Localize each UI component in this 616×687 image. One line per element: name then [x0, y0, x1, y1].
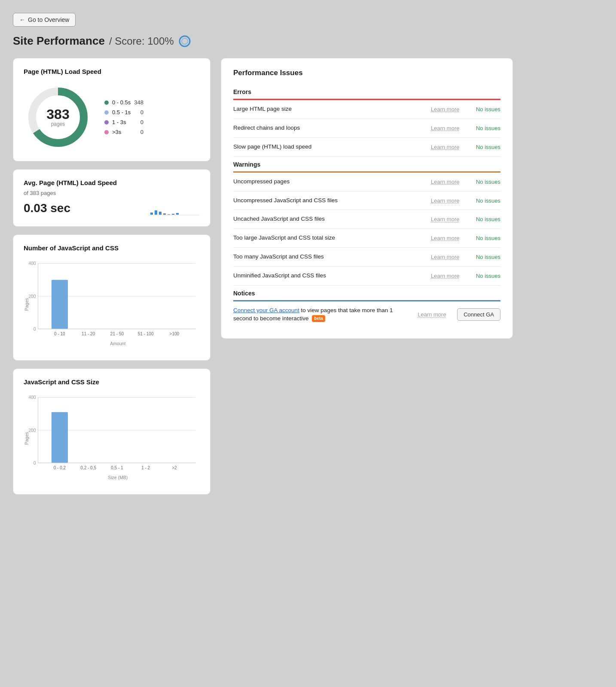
issue-name-0-1: Redirect chains and loops [233, 124, 426, 132]
page-title: Site Performance / Score: 100% [13, 34, 603, 48]
js-css-size-chart: Pages02004000 - 0,20,2 - 0,50,5 - 11 - 2… [24, 393, 200, 485]
avg-speed-value: 0.03 sec [24, 201, 70, 215]
connect-ga-button[interactable]: Connect GA [457, 308, 500, 321]
legend-item-2: 1 - 3s 0 [104, 119, 143, 125]
svg-text:400: 400 [28, 395, 36, 400]
js-css-size-title: JavaScript and CSS Size [24, 378, 200, 386]
issue-name-1-5: Unminified JavaScript and CSS files [233, 272, 426, 280]
no-issues-0-0: No issues [470, 106, 500, 112]
donut-chart: 383 pages [24, 83, 92, 152]
legend-label-2: 1 - 3s [112, 119, 126, 125]
issue-row-1-0: Uncompressed pages Learn more No issues [233, 173, 500, 192]
donut-label: pages [46, 121, 69, 127]
issue-row-0-2: Slow page (HTML) load speed Learn more N… [233, 138, 500, 157]
donut-total: 383 [46, 107, 69, 121]
y-axis-label: Pages [24, 432, 29, 445]
legend-value-1: 0 [135, 109, 143, 116]
js-css-size-card: JavaScript and CSS Size Pages02004000 - … [13, 368, 210, 495]
avg-speed-title: Avg. Page (HTML) Load Speed [24, 179, 200, 186]
main-layout: Page (HTML) Load Speed 383 pages [13, 58, 603, 495]
legend-value-0: 348 [134, 99, 143, 106]
legend-label-0: 0 - 0.5s [112, 99, 131, 106]
learn-more-1-3[interactable]: Learn more [431, 235, 465, 241]
legend-dot-1 [104, 110, 109, 115]
sparkline-chart [148, 200, 200, 217]
issue-name-1-2: Uncached JavaScript and CSS files [233, 215, 426, 223]
learn-more-1-0[interactable]: Learn more [431, 179, 465, 185]
issue-name-1-4: Too many JavaScript and CSS files [233, 253, 426, 261]
issue-name-0-0: Large HTML page size [233, 105, 426, 113]
svg-text:0,2 - 0,5: 0,2 - 0,5 [80, 465, 96, 470]
issues-panel-title: Performance Issues [233, 69, 500, 77]
svg-text:>100: >100 [170, 331, 180, 336]
section-header-0: Errors [233, 84, 500, 100]
svg-rect-10 [176, 213, 179, 215]
svg-text:200: 200 [28, 428, 36, 432]
bar-svg: Pages02004000 - 1011 - 2021 - 5051 - 100… [24, 259, 200, 350]
learn-more-1-2[interactable]: Learn more [431, 216, 465, 222]
no-issues-0-2: No issues [470, 144, 500, 150]
title-text: Site Performance [13, 34, 105, 48]
legend-item-0: 0 - 0.5s 348 [104, 99, 143, 106]
issue-name-1-1: Uncompressed JavaScript and CSS files [233, 197, 426, 205]
learn-more-1-5[interactable]: Learn more [431, 273, 465, 279]
learn-more-0-2[interactable]: Learn more [431, 144, 465, 150]
section-name-1: Warnings [233, 157, 500, 171]
svg-text:1 - 2: 1 - 2 [141, 465, 150, 470]
issue-row-0-0: Large HTML page size Learn more No issue… [233, 100, 500, 119]
connect-ga-link[interactable]: Connect your GA account [233, 307, 299, 313]
section-name-0: Errors [233, 84, 500, 99]
section-header-1: Warnings [233, 157, 500, 173]
arrow-left-icon: ← [19, 16, 25, 23]
svg-text:>2: >2 [172, 465, 177, 470]
legend-label-1: 0.5 - 1s [112, 109, 131, 116]
svg-text:Amount: Amount [110, 341, 125, 346]
issue-row-1-1: Uncompressed JavaScript and CSS files Le… [233, 192, 500, 210]
svg-text:400: 400 [28, 261, 36, 266]
issue-name-1-3: Too large JavaScript and CSS total size [233, 234, 426, 242]
issues-sections: Errors Large HTML page size Learn more N… [233, 84, 500, 328]
no-issues-1-0: No issues [470, 179, 500, 185]
svg-rect-6 [159, 212, 162, 215]
left-column: Page (HTML) Load Speed 383 pages [13, 58, 210, 495]
svg-text:0,5 - 1: 0,5 - 1 [111, 465, 123, 470]
legend-dot-3 [104, 130, 109, 134]
avg-speed-subtitle: of 383 pages [24, 190, 200, 196]
back-button[interactable]: ← Go to Overview [13, 13, 76, 27]
y-axis-label: Pages [24, 298, 29, 311]
issue-row-1-5: Unminified JavaScript and CSS files Lear… [233, 267, 500, 286]
load-speed-title: Page (HTML) Load Speed [24, 68, 200, 75]
learn-more-0-1[interactable]: Learn more [431, 125, 465, 131]
no-issues-0-1: No issues [470, 125, 500, 131]
section-header-2: Notices [233, 286, 500, 301]
legend-value-3: 0 [135, 129, 143, 135]
issues-panel: Performance Issues Errors Large HTML pag… [221, 58, 513, 339]
no-issues-1-3: No issues [470, 235, 500, 241]
learn-more-1-1[interactable]: Learn more [431, 198, 465, 204]
svg-text:0: 0 [34, 327, 36, 331]
legend-value-2: 0 [135, 119, 143, 125]
svg-text:200: 200 [28, 294, 36, 299]
issue-name-1-0: Uncompressed pages [233, 178, 426, 186]
svg-text:21 - 50: 21 - 50 [110, 331, 124, 336]
js-css-count-title: Number of JavaScript and CSS [24, 244, 200, 252]
section-name-2: Notices [233, 286, 500, 300]
svg-text:11 - 20: 11 - 20 [82, 331, 95, 336]
svg-text:0 - 10: 0 - 10 [54, 331, 65, 336]
learn-more-2-0[interactable]: Learn more [418, 311, 452, 318]
js-css-count-card: Number of JavaScript and CSS Pages020040… [13, 234, 210, 361]
issue-name-0-2: Slow page (HTML) load speed [233, 143, 426, 151]
no-issues-1-5: No issues [470, 273, 500, 279]
no-issues-1-1: No issues [470, 198, 500, 204]
donut-area: 383 pages 0 - 0.5s 348 0.5 - 1s 0 1 - 3s… [24, 83, 200, 152]
learn-more-1-4[interactable]: Learn more [431, 254, 465, 260]
svg-rect-8 [168, 214, 170, 215]
donut-center: 383 pages [46, 107, 69, 127]
svg-rect-5 [155, 210, 157, 215]
svg-rect-9 [172, 214, 174, 215]
no-issues-1-4: No issues [470, 254, 500, 260]
learn-more-0-0[interactable]: Learn more [431, 106, 465, 112]
bar-svg: Pages02004000 - 0,20,2 - 0,50,5 - 11 - 2… [24, 393, 200, 483]
svg-rect-4 [150, 213, 153, 215]
svg-text:51 - 100: 51 - 100 [138, 331, 154, 336]
